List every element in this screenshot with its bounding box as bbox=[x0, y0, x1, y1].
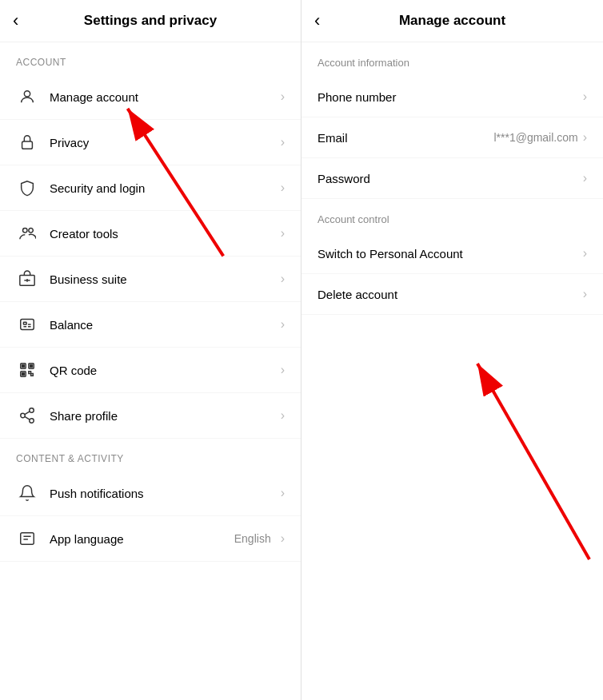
balance-chevron: › bbox=[281, 317, 285, 332]
privacy-label: Privacy bbox=[50, 136, 274, 149]
svg-rect-17 bbox=[22, 373, 25, 376]
business-suite-chevron: › bbox=[281, 272, 285, 286]
menu-item-privacy[interactable]: Privacy › bbox=[0, 120, 301, 165]
left-header: ‹ Settings and privacy bbox=[0, 0, 301, 42]
menu-item-qr-code[interactable]: QR code › bbox=[0, 348, 301, 393]
creator-icon bbox=[16, 222, 38, 245]
content-section-label: CONTENT & ACTIVITY bbox=[0, 439, 301, 471]
qr-code-chevron: › bbox=[281, 363, 285, 377]
menu-item-app-language[interactable]: App language English › bbox=[0, 516, 301, 562]
qr-code-label: QR code bbox=[50, 364, 274, 377]
person-icon bbox=[16, 86, 38, 108]
password-label: Password bbox=[317, 172, 370, 185]
left-panel: ‹ Settings and privacy ACCOUNT Manage ac… bbox=[0, 0, 302, 700]
menu-item-security-login[interactable]: Security and login › bbox=[0, 165, 301, 211]
app-language-chevron: › bbox=[281, 531, 285, 546]
switch-account-label: Switch to Personal Account bbox=[317, 247, 463, 261]
business-suite-label: Business suite bbox=[50, 272, 274, 286]
left-panel-title: Settings and privacy bbox=[84, 13, 217, 29]
lock-icon bbox=[16, 131, 38, 153]
push-notifications-chevron: › bbox=[281, 486, 285, 500]
balance-label: Balance bbox=[50, 318, 274, 332]
info-item-delete-account[interactable]: Delete account › bbox=[302, 274, 603, 315]
info-item-email[interactable]: Email l***1@gmail.com › bbox=[302, 117, 603, 158]
security-login-label: Security and login bbox=[50, 181, 274, 195]
phone-number-chevron: › bbox=[583, 89, 587, 104]
right-panel: ‹ Manage account Account information Pho… bbox=[302, 0, 603, 700]
security-login-chevron: › bbox=[281, 181, 285, 195]
qr-icon bbox=[16, 359, 38, 381]
svg-rect-7 bbox=[21, 320, 34, 330]
manage-account-chevron: › bbox=[281, 89, 285, 104]
creator-tools-chevron: › bbox=[281, 226, 285, 241]
password-right: › bbox=[583, 171, 587, 185]
info-item-password[interactable]: Password › bbox=[302, 158, 603, 199]
svg-point-2 bbox=[23, 229, 28, 233]
svg-point-0 bbox=[24, 91, 30, 97]
share-profile-label: Share profile bbox=[50, 409, 274, 423]
privacy-chevron: › bbox=[281, 135, 285, 149]
email-right: l***1@gmail.com › bbox=[493, 130, 587, 145]
share-icon bbox=[16, 404, 38, 427]
menu-item-manage-account[interactable]: Manage account › bbox=[0, 74, 301, 120]
left-back-button[interactable]: ‹ bbox=[13, 12, 18, 30]
account-section-label: ACCOUNT bbox=[0, 42, 301, 74]
app-language-value: English bbox=[234, 532, 271, 545]
menu-item-creator-tools[interactable]: Creator tools › bbox=[0, 211, 301, 257]
phone-number-label: Phone number bbox=[317, 90, 396, 104]
email-label: Email bbox=[317, 131, 348, 145]
switch-account-chevron: › bbox=[583, 246, 587, 261]
menu-item-balance[interactable]: Balance › bbox=[0, 302, 301, 348]
creator-tools-label: Creator tools bbox=[50, 227, 274, 241]
share-profile-chevron: › bbox=[281, 408, 285, 423]
language-icon bbox=[16, 527, 38, 550]
balance-icon bbox=[16, 313, 38, 336]
delete-account-label: Delete account bbox=[317, 288, 397, 301]
email-value: l***1@gmail.com bbox=[493, 131, 577, 144]
switch-account-right: › bbox=[583, 246, 587, 261]
password-chevron: › bbox=[583, 171, 587, 185]
manage-account-label: Manage account bbox=[50, 90, 274, 104]
svg-point-3 bbox=[29, 229, 34, 233]
svg-line-29 bbox=[477, 364, 589, 559]
svg-rect-16 bbox=[30, 365, 33, 368]
right-header: ‹ Manage account bbox=[302, 0, 603, 42]
shield-icon bbox=[16, 177, 38, 199]
delete-account-chevron: › bbox=[583, 287, 587, 301]
svg-line-22 bbox=[25, 412, 30, 415]
svg-line-21 bbox=[25, 416, 30, 420]
menu-item-push-notifications[interactable]: Push notifications › bbox=[0, 471, 301, 516]
app-language-label: App language bbox=[50, 532, 234, 546]
svg-point-19 bbox=[21, 413, 26, 418]
menu-item-business-suite[interactable]: Business suite › bbox=[0, 257, 301, 302]
svg-point-18 bbox=[30, 408, 34, 412]
right-back-button[interactable]: ‹ bbox=[314, 12, 320, 30]
svg-rect-15 bbox=[22, 365, 25, 368]
info-item-phone-number[interactable]: Phone number › bbox=[302, 77, 603, 117]
right-panel-title: Manage account bbox=[399, 13, 505, 29]
email-chevron: › bbox=[583, 130, 587, 145]
phone-number-right: › bbox=[583, 89, 587, 104]
account-control-section-label: Account control bbox=[302, 199, 603, 233]
info-item-switch-account[interactable]: Switch to Personal Account › bbox=[302, 233, 603, 274]
account-info-section-label: Account information bbox=[302, 42, 603, 77]
delete-account-right: › bbox=[583, 287, 587, 301]
business-icon bbox=[16, 268, 38, 290]
menu-item-share-profile[interactable]: Share profile › bbox=[0, 393, 301, 439]
svg-rect-23 bbox=[21, 533, 34, 545]
bell-icon bbox=[16, 482, 38, 504]
svg-rect-8 bbox=[23, 322, 26, 324]
svg-rect-1 bbox=[22, 141, 33, 149]
push-notifications-label: Push notifications bbox=[50, 487, 274, 500]
svg-point-20 bbox=[30, 419, 34, 424]
